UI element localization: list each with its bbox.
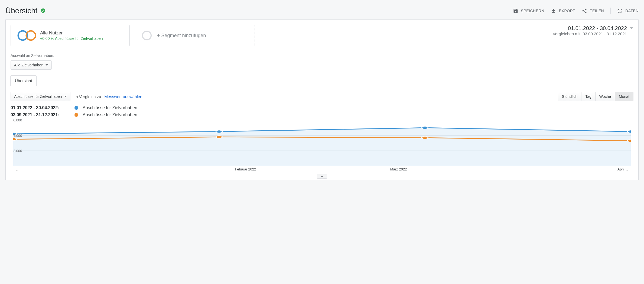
y-tick-label: 4.000 [13, 133, 22, 137]
header-actions: SPEICHERN EXPORT TEILEN DATEN [513, 8, 639, 14]
tab-overview[interactable]: Übersicht [10, 75, 37, 86]
title-wrap: Übersicht [5, 7, 46, 15]
save-label: SPEICHERN [521, 9, 544, 13]
chevron-down-icon [321, 176, 323, 177]
legend-label-current: Abschlüsse für Zielvorhaben [83, 105, 137, 110]
save-icon [513, 8, 518, 14]
legend-dot-orange-icon [74, 113, 78, 117]
metric-left: Abschlüsse für Zielvorhaben im Vergleich… [11, 92, 142, 101]
divider [610, 8, 611, 14]
y-tick-label: 2.000 [13, 149, 22, 153]
add-segment-button[interactable]: + Segment hinzufügen [136, 25, 255, 46]
export-icon [551, 8, 556, 14]
segment-info: Alle Nutzer +0,00 % Abschlüsse für Zielv… [40, 30, 103, 41]
placeholder-ring-icon [142, 31, 152, 40]
legend-label-previous: Abschlüsse für Zielvorhaben [83, 112, 137, 117]
svg-point-14 [422, 136, 428, 139]
segment-name: Alle Nutzer [40, 30, 103, 36]
share-label: TEILEN [590, 9, 604, 13]
legend-row-current: 01.01.2022 - 30.04.2022: Abschlüsse für … [11, 105, 633, 110]
intelligence-icon [617, 8, 623, 14]
chart-svg [13, 120, 631, 166]
segment-circles-icon [17, 30, 37, 41]
legend-dot-blue-icon [74, 106, 78, 110]
metric-select-value: Abschlüsse für Zielvorhaben [14, 94, 62, 99]
svg-point-11 [628, 130, 631, 133]
legend-date-current: 01.01.2022 - 30.04.2022: [11, 105, 70, 110]
y-tick-label: 6.000 [13, 118, 22, 122]
svg-point-10 [422, 126, 428, 129]
tab-bar: Übersicht [10, 75, 633, 86]
date-lines: 01.01.2022 - 30.04.2022 Vergleichen mit:… [553, 25, 627, 36]
chart-x-axis: …Februar 2022März 2022April… [13, 166, 631, 171]
svg-point-0 [621, 9, 622, 10]
date-range-compare: Vergleichen mit: 03.09.2021 - 31.12.2021 [553, 31, 627, 36]
report-header: Übersicht SPEICHERN EXPORT TEILEN DATEN [5, 4, 639, 20]
svg-point-9 [216, 130, 222, 133]
chevron-down-icon [630, 26, 633, 31]
panel-resize-handle[interactable] [317, 174, 327, 179]
x-tick-label: Februar 2022 [169, 167, 322, 171]
intelligence-button[interactable]: DATEN [617, 8, 639, 14]
chevron-down-icon [45, 64, 48, 66]
granularity-week[interactable]: Woche [595, 92, 615, 101]
x-tick-label: April… [475, 167, 628, 171]
share-icon [582, 8, 587, 14]
x-tick-label: März 2022 [322, 167, 475, 171]
share-button[interactable]: TEILEN [582, 8, 604, 14]
chart-legend: 01.01.2022 - 30.04.2022: Abschlüsse für … [11, 105, 633, 117]
date-range-picker[interactable]: 01.01.2022 - 30.04.2022 Vergleichen mit:… [553, 25, 633, 36]
panel-resize-grip [11, 174, 633, 179]
metric-compare-link[interactable]: Messwert auswählen [104, 94, 142, 99]
line-chart: 2.0004.0006.000 …Februar 2022März 2022Ap… [11, 120, 633, 174]
svg-point-15 [628, 140, 631, 142]
metric-row: Abschlüsse für Zielvorhaben im Vergleich… [11, 86, 633, 104]
metric-select[interactable]: Abschlüsse für Zielvorhaben [11, 92, 70, 101]
granularity-hourly[interactable]: Stündlich [558, 92, 581, 101]
granularity-day[interactable]: Tag [581, 92, 595, 101]
x-tick-label: … [16, 167, 169, 171]
chevron-down-icon [64, 96, 67, 97]
report-card: Alle Nutzer +0,00 % Abschlüsse für Zielv… [5, 20, 639, 180]
svg-point-13 [216, 135, 222, 138]
goal-select[interactable]: Alle Zielvorhaben [11, 60, 52, 70]
segment-subtitle: +0,00 % Abschlüsse für Zielvorhaben [40, 36, 103, 41]
add-segment-label: + Segment hinzufügen [157, 33, 206, 38]
verified-shield-icon [40, 8, 46, 14]
svg-point-12 [13, 138, 16, 141]
segment-all-users[interactable]: Alle Nutzer +0,00 % Abschlüsse für Zielv… [11, 25, 130, 46]
goal-select-value: Alle Zielvorhaben [14, 63, 43, 67]
legend-row-previous: 03.09.2021 - 31.12.2021: Abschlüsse für … [11, 112, 633, 117]
goal-select-label: Auswahl an Zielvorhaben: [11, 53, 633, 58]
data-label: DATEN [625, 9, 639, 13]
date-range-main: 01.01.2022 - 30.04.2022 [568, 25, 627, 31]
page-title: Übersicht [5, 7, 37, 15]
save-button[interactable]: SPEICHERN [513, 8, 544, 14]
export-label: EXPORT [559, 9, 575, 13]
export-button[interactable]: EXPORT [551, 8, 575, 14]
granularity-month[interactable]: Monat [615, 92, 633, 101]
granularity-toggle: Stündlich Tag Woche Monat [558, 92, 633, 101]
svg-marker-7 [13, 128, 631, 166]
legend-date-previous: 03.09.2021 - 31.12.2021: [11, 112, 70, 117]
vs-label: im Vergleich zu [74, 94, 101, 99]
segment-row: Alle Nutzer +0,00 % Abschlüsse für Zielv… [11, 25, 633, 46]
